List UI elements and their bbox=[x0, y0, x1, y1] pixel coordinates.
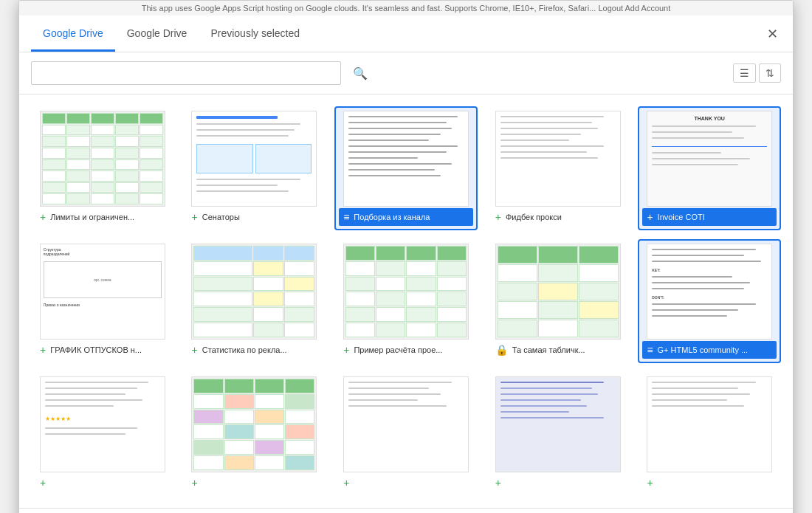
file-label: 🔒 Та самая табличк... bbox=[491, 341, 625, 359]
file-label: ≡ G+ HTML5 community ... bbox=[642, 341, 777, 359]
file-type-icon: + bbox=[192, 477, 198, 489]
file-thumbnail bbox=[343, 376, 469, 472]
tab-previously-selected[interactable]: Previously selected bbox=[199, 17, 312, 52]
file-type-icon: + bbox=[40, 211, 46, 223]
file-label: + Лимиты и ограничен... bbox=[35, 208, 170, 226]
file-label: + bbox=[491, 474, 625, 492]
file-type-icon: + bbox=[192, 211, 198, 223]
file-label: + ГРАФИК ОТПУСКОВ н... bbox=[35, 341, 170, 359]
file-name: G+ HTML5 community ... bbox=[658, 345, 772, 354]
file-thumbnail bbox=[40, 111, 165, 207]
file-item-selected[interactable]: THANK YOU + Invoice COTI bbox=[638, 106, 781, 230]
file-type-icon: + bbox=[343, 477, 349, 489]
file-type-icon: + bbox=[495, 477, 501, 489]
file-type-icon: + bbox=[495, 211, 501, 223]
file-item[interactable]: + Сенаторы bbox=[183, 106, 326, 230]
dialog-footer: Select Cancel bbox=[19, 508, 793, 513]
file-label: + Пример расчёта прое... bbox=[339, 341, 473, 359]
file-thumbnail bbox=[343, 244, 469, 340]
list-icon: ☰ bbox=[740, 67, 749, 79]
file-name: Та самая табличк... bbox=[512, 345, 621, 354]
file-type-icon: ≡ bbox=[647, 344, 653, 356]
search-icon: 🔍 bbox=[353, 67, 368, 80]
file-item-selected[interactable]: ≡ Подборка из канала bbox=[334, 106, 478, 230]
file-item[interactable]: + Лимиты и ограничен... bbox=[31, 106, 174, 230]
file-name: Подборка из канала bbox=[354, 213, 468, 221]
file-thumbnail bbox=[495, 111, 621, 207]
file-type-icon: + bbox=[647, 211, 653, 223]
file-label: + Сенаторы bbox=[187, 208, 322, 226]
top-hint-bar: This app uses Google Apps Script hosting… bbox=[19, 1, 793, 16]
file-item[interactable]: + bbox=[334, 372, 478, 496]
file-item[interactable]: Структураподразделений орг. схема Приказ… bbox=[31, 239, 174, 363]
sort-icon: ⇅ bbox=[765, 67, 774, 79]
file-name: ГРАФИК ОТПУСКОВ н... bbox=[50, 345, 165, 354]
file-name: Лимиты и ограничен... bbox=[50, 213, 165, 221]
file-label: + bbox=[339, 474, 473, 492]
file-label: + Фидбек прокси bbox=[491, 208, 625, 226]
file-label: ≡ Подборка из канала bbox=[339, 208, 473, 226]
file-type-icon: + bbox=[40, 344, 46, 356]
close-button[interactable]: ✕ bbox=[764, 24, 781, 44]
file-thumbnail: Структураподразделений орг. схема Приказ… bbox=[40, 244, 165, 340]
file-name: Статистика по рекла... bbox=[202, 345, 317, 354]
tab-google-drive-2[interactable]: Google Drive bbox=[115, 17, 199, 52]
file-item[interactable]: + Статистика по рекла... bbox=[183, 239, 326, 363]
search-bar: 🔍 ☰ ⇅ bbox=[19, 52, 793, 94]
file-label: + bbox=[35, 474, 170, 492]
sort-button[interactable]: ⇅ bbox=[759, 63, 781, 83]
file-item[interactable]: + Пример расчёта прое... bbox=[334, 239, 478, 363]
tab-google-drive-1[interactable]: Google Drive bbox=[31, 17, 115, 52]
file-thumbnail bbox=[495, 376, 621, 472]
file-item[interactable]: + bbox=[183, 372, 326, 496]
file-type-icon: 🔒 bbox=[495, 344, 508, 356]
file-label: + Статистика по рекла... bbox=[187, 341, 322, 359]
file-item[interactable]: + bbox=[486, 372, 630, 496]
file-label: + bbox=[187, 474, 322, 492]
file-thumbnail bbox=[191, 111, 317, 207]
file-item[interactable]: 🔒 Та самая табличк... bbox=[486, 239, 630, 363]
files-grid: + Лимиты и ограничен... bbox=[31, 100, 781, 502]
view-controls: ☰ ⇅ bbox=[733, 63, 781, 83]
file-name: Invoice COTI bbox=[658, 213, 772, 221]
file-thumbnail bbox=[647, 376, 772, 472]
file-type-icon: + bbox=[343, 344, 349, 356]
file-type-icon: + bbox=[40, 477, 46, 489]
dialog-header: Google Drive Google Drive Previously sel… bbox=[19, 16, 793, 52]
file-name: Сенаторы bbox=[202, 213, 317, 221]
file-item[interactable]: + Фидбек прокси bbox=[486, 106, 630, 230]
file-name: Фидбек прокси bbox=[506, 213, 620, 221]
file-item[interactable]: ★★★★★ + bbox=[31, 372, 174, 496]
file-item[interactable]: + bbox=[638, 372, 781, 496]
file-thumbnail bbox=[343, 111, 469, 207]
search-input[interactable] bbox=[31, 61, 341, 85]
google-drive-dialog: This app uses Google Apps Script hosting… bbox=[18, 0, 794, 513]
file-label: + bbox=[642, 474, 777, 492]
files-container: + Лимиты и ограничен... bbox=[19, 94, 793, 508]
file-item-selected[interactable]: KEY: DON'T: ≡ G+ HTML5 community ... bbox=[638, 239, 781, 363]
file-type-icon: + bbox=[647, 477, 653, 489]
hint-text: This app uses Google Apps Script hosting… bbox=[142, 4, 671, 13]
file-thumbnail: ★★★★★ bbox=[40, 376, 165, 472]
file-thumbnail bbox=[191, 244, 317, 340]
file-thumbnail: THANK YOU bbox=[647, 111, 772, 207]
file-type-icon: + bbox=[192, 344, 198, 356]
file-name: Пример расчёта прое... bbox=[354, 345, 468, 354]
file-thumbnail bbox=[191, 376, 317, 472]
file-thumbnail: KEY: DON'T: bbox=[647, 244, 772, 340]
search-button[interactable]: 🔍 bbox=[347, 63, 374, 83]
tabs-container: Google Drive Google Drive Previously sel… bbox=[31, 16, 312, 52]
file-type-icon: ≡ bbox=[343, 211, 349, 223]
list-view-button[interactable]: ☰ bbox=[733, 63, 756, 83]
file-thumbnail bbox=[495, 244, 621, 340]
file-label: + Invoice COTI bbox=[642, 208, 777, 226]
